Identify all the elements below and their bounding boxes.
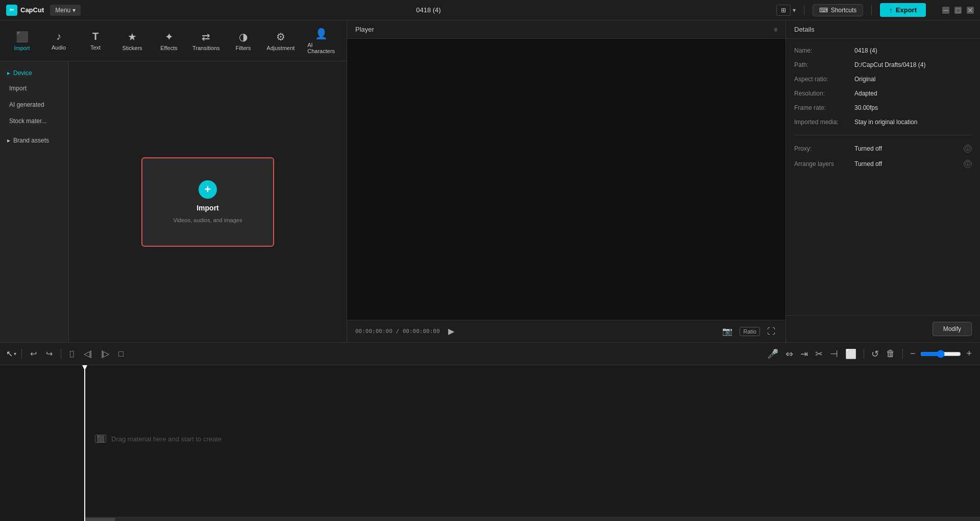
play-button[interactable]: ▶ [446,324,456,338]
effects-label: Effects [160,45,177,51]
sidebar-item-stock-material[interactable]: Stock mater... [4,114,64,128]
main-area: ⬛ Import ♪ Audio T Text ★ Stickers ✦ Eff… [0,20,980,342]
zoom-in-button[interactable]: + [964,346,974,361]
shortcuts-label: Shortcuts [831,7,857,14]
sidebar-item-import[interactable]: Import [4,82,64,95]
sidebar-brand-assets-section[interactable]: ▸ Brand assets [4,135,64,146]
player-title: Player [355,26,374,33]
captions-button[interactable]: ⬜ [843,346,859,362]
tool-ai-characters[interactable]: 👤 AI Characters [300,23,342,58]
drop-icon: ⬛ [95,435,106,443]
divider-1 [804,5,804,15]
sidebar-device-section[interactable]: ▸ Device [4,67,64,79]
tool-transitions[interactable]: ⇄ Transitions [188,27,224,55]
tl-divider-1 [21,349,22,359]
resolution-label: Resolution: [794,90,850,97]
player-content [347,39,786,320]
timeline-scrollbar[interactable] [84,517,980,521]
menu-label: Menu [55,7,70,14]
name-value: 0418 (4) [854,47,877,54]
sidebar-item-ai-generated[interactable]: AI generated [4,98,64,111]
import-box-label: Import [197,204,219,212]
export-button[interactable]: ↑ Export [880,3,926,17]
arrange-layers-info-icon[interactable]: ⓘ [964,160,972,168]
tl-right-controls: 🎤 ⇔ ⇥ ✂ ⊣ ⬜ ↺ 🗑 − + [765,346,974,362]
zoom-slider[interactable] [920,350,961,358]
proxy-label: Proxy: [794,145,850,152]
detail-name: Name: 0418 (4) [794,47,972,54]
detail-frame-rate: Frame rate: 30.00fps [794,104,972,111]
adjustment-icon: ⚙ [276,31,285,43]
aspect-ratio-value: Original [854,76,875,83]
modify-button[interactable]: Modify [933,322,972,336]
import-box-sublabel: Videos, audios, and images [174,217,242,223]
trim-start-button[interactable]: ◁| [81,347,95,361]
path-label: Path: [794,61,850,68]
transitions-icon: ⇄ [202,31,210,43]
detail-arrange-layers: Arrange layers Turned off ⓘ [794,160,972,168]
time-display: 00:00:00:00 / 00:00:00:00 [355,328,440,335]
top-right: ⊞ ▾ ⌨ Shortcuts ↑ Export ─ □ ✕ [776,3,974,17]
detail-imported-media: Imported media: Stay in original locatio… [794,119,972,126]
maximize-button[interactable]: □ [954,7,962,14]
minimize-button[interactable]: ─ [942,7,949,14]
trim-end-button[interactable]: |▷ [98,347,112,361]
logo-icon: ✂ [6,5,17,16]
cursor-selector[interactable]: ↖ ▾ [6,349,16,359]
cut-button[interactable]: ✂ [813,346,825,362]
tool-stickers[interactable]: ★ Stickers [114,27,150,55]
tool-text[interactable]: T Text [78,27,113,55]
mic-button[interactable]: 🎤 [765,346,780,362]
tl-divider-2 [61,349,61,359]
fullscreen-button[interactable]: ⛶ [765,325,777,338]
import-box[interactable]: + Import Videos, audios, and images [141,157,274,247]
undo2-button[interactable]: ↺ [869,346,881,362]
tool-import[interactable]: ⬛ Import [4,27,40,55]
detail-proxy: Proxy: Turned off ⓘ [794,145,972,153]
timeline-content: ⬛ Drag material here and start to create [0,365,980,521]
player-header: Player ≡ [347,20,786,39]
screenshot-button[interactable]: 📷 [720,324,734,338]
redo-button[interactable]: ↪ [43,347,56,361]
link-button[interactable]: ⇔ [783,346,795,362]
arrange-layers-label: Arrange layers [794,160,850,168]
split-audio-button[interactable]: ⇥ [798,346,810,362]
name-label: Name: [794,47,850,54]
menu-button[interactable]: Menu ▾ [50,5,81,16]
player-menu-icon[interactable]: ≡ [774,26,777,33]
detail-resolution: Resolution: Adapted [794,90,972,97]
text-label: Text [90,44,101,51]
view-grid-icon[interactable]: ⊞ [776,5,791,16]
playhead-marker [82,365,88,370]
tool-effects[interactable]: ✦ Effects [151,27,187,55]
import-area: ▸ Device Import AI generated Stock mater… [0,61,347,342]
tl-divider-4 [902,349,903,359]
device-triangle-icon: ▸ [7,69,10,77]
frame-rate-label: Frame rate: [794,104,850,111]
brand-assets-triangle-icon: ▸ [7,137,10,144]
menu-chevron-icon: ▾ [72,7,76,14]
brand-assets-label: Brand assets [13,137,49,144]
detail-path: Path: D:/CapCut Drafts/0418 (4) [794,61,972,68]
trash-button[interactable]: 🗑 [884,346,897,361]
import-content: + Import Videos, audios, and images [69,61,347,342]
stickers-icon: ★ [128,31,137,43]
tool-adjustment[interactable]: ⚙ Adjustment [262,27,299,55]
scrollbar-thumb[interactable] [85,518,115,521]
split-button[interactable]: ⌷ [66,347,78,361]
delete-button[interactable]: □ [115,347,127,361]
timeline-area: ↖ ▾ ↩ ↪ ⌷ ◁| |▷ □ 🎤 ⇔ ⇥ ✂ ⊣ ⬜ ↺ 🗑 − + [0,342,980,521]
top-center: 0418 (4) [81,6,776,14]
zoom-out-button[interactable]: − [908,346,918,361]
shortcuts-button[interactable]: ⌨ Shortcuts [813,4,864,16]
detail-aspect-ratio: Aspect ratio: Original [794,76,972,83]
ratio-button[interactable]: Ratio [740,327,760,336]
proxy-info-icon[interactable]: ⓘ [964,145,972,153]
tool-filters[interactable]: ◑ Filters [225,27,261,55]
align-button[interactable]: ⊣ [828,346,840,362]
proxy-value: Turned off [854,145,882,152]
close-button[interactable]: ✕ [967,7,974,14]
tool-audio[interactable]: ♪ Audio [41,27,77,55]
resolution-value: Adapted [854,90,877,97]
undo-button[interactable]: ↩ [27,347,40,361]
